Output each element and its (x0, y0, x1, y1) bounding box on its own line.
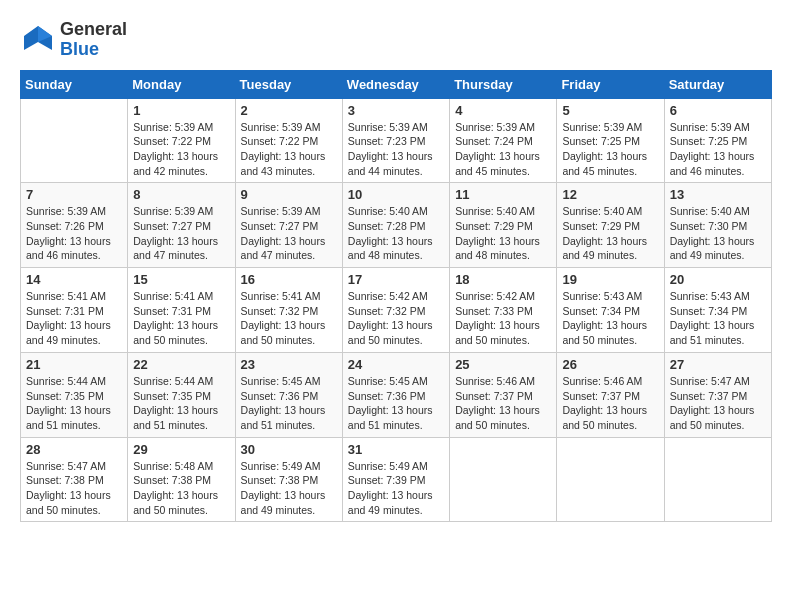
day-number: 15 (133, 272, 229, 287)
day-number: 16 (241, 272, 337, 287)
day-number: 13 (670, 187, 766, 202)
day-number: 21 (26, 357, 122, 372)
calendar-cell: 24Sunrise: 5:45 AM Sunset: 7:36 PM Dayli… (342, 352, 449, 437)
day-number: 22 (133, 357, 229, 372)
calendar-header-row: SundayMondayTuesdayWednesdayThursdayFrid… (21, 70, 772, 98)
logo-blue: Blue (60, 40, 127, 60)
calendar-header-monday: Monday (128, 70, 235, 98)
day-info: Sunrise: 5:39 AM Sunset: 7:25 PM Dayligh… (670, 120, 766, 179)
day-number: 5 (562, 103, 658, 118)
day-info: Sunrise: 5:39 AM Sunset: 7:22 PM Dayligh… (241, 120, 337, 179)
calendar-week-row: 1Sunrise: 5:39 AM Sunset: 7:22 PM Daylig… (21, 98, 772, 183)
calendar-cell (450, 437, 557, 522)
day-number: 11 (455, 187, 551, 202)
day-info: Sunrise: 5:39 AM Sunset: 7:26 PM Dayligh… (26, 204, 122, 263)
day-info: Sunrise: 5:40 AM Sunset: 7:30 PM Dayligh… (670, 204, 766, 263)
day-number: 24 (348, 357, 444, 372)
day-info: Sunrise: 5:41 AM Sunset: 7:31 PM Dayligh… (26, 289, 122, 348)
calendar-week-row: 14Sunrise: 5:41 AM Sunset: 7:31 PM Dayli… (21, 268, 772, 353)
day-number: 23 (241, 357, 337, 372)
day-number: 8 (133, 187, 229, 202)
logo: General Blue (20, 20, 127, 60)
day-info: Sunrise: 5:44 AM Sunset: 7:35 PM Dayligh… (26, 374, 122, 433)
calendar-cell: 9Sunrise: 5:39 AM Sunset: 7:27 PM Daylig… (235, 183, 342, 268)
calendar-cell: 8Sunrise: 5:39 AM Sunset: 7:27 PM Daylig… (128, 183, 235, 268)
calendar-week-row: 28Sunrise: 5:47 AM Sunset: 7:38 PM Dayli… (21, 437, 772, 522)
day-number: 20 (670, 272, 766, 287)
day-number: 29 (133, 442, 229, 457)
day-info: Sunrise: 5:43 AM Sunset: 7:34 PM Dayligh… (670, 289, 766, 348)
day-info: Sunrise: 5:49 AM Sunset: 7:38 PM Dayligh… (241, 459, 337, 518)
day-info: Sunrise: 5:45 AM Sunset: 7:36 PM Dayligh… (241, 374, 337, 433)
calendar-cell: 10Sunrise: 5:40 AM Sunset: 7:28 PM Dayli… (342, 183, 449, 268)
calendar-cell: 7Sunrise: 5:39 AM Sunset: 7:26 PM Daylig… (21, 183, 128, 268)
day-number: 10 (348, 187, 444, 202)
calendar-week-row: 21Sunrise: 5:44 AM Sunset: 7:35 PM Dayli… (21, 352, 772, 437)
calendar-cell: 23Sunrise: 5:45 AM Sunset: 7:36 PM Dayli… (235, 352, 342, 437)
logo-general: General (60, 19, 127, 39)
logo-icon (20, 22, 56, 58)
day-info: Sunrise: 5:48 AM Sunset: 7:38 PM Dayligh… (133, 459, 229, 518)
page-header: General Blue (20, 20, 772, 60)
day-number: 18 (455, 272, 551, 287)
calendar-cell: 2Sunrise: 5:39 AM Sunset: 7:22 PM Daylig… (235, 98, 342, 183)
calendar-cell: 11Sunrise: 5:40 AM Sunset: 7:29 PM Dayli… (450, 183, 557, 268)
calendar-cell: 31Sunrise: 5:49 AM Sunset: 7:39 PM Dayli… (342, 437, 449, 522)
calendar-cell (664, 437, 771, 522)
day-info: Sunrise: 5:45 AM Sunset: 7:36 PM Dayligh… (348, 374, 444, 433)
day-number: 30 (241, 442, 337, 457)
day-info: Sunrise: 5:39 AM Sunset: 7:23 PM Dayligh… (348, 120, 444, 179)
day-number: 17 (348, 272, 444, 287)
calendar-cell: 29Sunrise: 5:48 AM Sunset: 7:38 PM Dayli… (128, 437, 235, 522)
calendar-header-wednesday: Wednesday (342, 70, 449, 98)
calendar-header-thursday: Thursday (450, 70, 557, 98)
day-info: Sunrise: 5:40 AM Sunset: 7:29 PM Dayligh… (562, 204, 658, 263)
calendar-week-row: 7Sunrise: 5:39 AM Sunset: 7:26 PM Daylig… (21, 183, 772, 268)
day-info: Sunrise: 5:43 AM Sunset: 7:34 PM Dayligh… (562, 289, 658, 348)
day-info: Sunrise: 5:40 AM Sunset: 7:29 PM Dayligh… (455, 204, 551, 263)
day-info: Sunrise: 5:42 AM Sunset: 7:32 PM Dayligh… (348, 289, 444, 348)
day-info: Sunrise: 5:46 AM Sunset: 7:37 PM Dayligh… (562, 374, 658, 433)
day-info: Sunrise: 5:40 AM Sunset: 7:28 PM Dayligh… (348, 204, 444, 263)
day-number: 31 (348, 442, 444, 457)
calendar-cell (21, 98, 128, 183)
calendar-cell: 17Sunrise: 5:42 AM Sunset: 7:32 PM Dayli… (342, 268, 449, 353)
day-info: Sunrise: 5:44 AM Sunset: 7:35 PM Dayligh… (133, 374, 229, 433)
calendar-cell: 26Sunrise: 5:46 AM Sunset: 7:37 PM Dayli… (557, 352, 664, 437)
day-info: Sunrise: 5:47 AM Sunset: 7:38 PM Dayligh… (26, 459, 122, 518)
day-info: Sunrise: 5:42 AM Sunset: 7:33 PM Dayligh… (455, 289, 551, 348)
day-info: Sunrise: 5:39 AM Sunset: 7:22 PM Dayligh… (133, 120, 229, 179)
calendar-cell: 25Sunrise: 5:46 AM Sunset: 7:37 PM Dayli… (450, 352, 557, 437)
calendar-cell: 30Sunrise: 5:49 AM Sunset: 7:38 PM Dayli… (235, 437, 342, 522)
day-info: Sunrise: 5:39 AM Sunset: 7:25 PM Dayligh… (562, 120, 658, 179)
calendar-cell: 18Sunrise: 5:42 AM Sunset: 7:33 PM Dayli… (450, 268, 557, 353)
day-info: Sunrise: 5:41 AM Sunset: 7:31 PM Dayligh… (133, 289, 229, 348)
calendar-cell: 4Sunrise: 5:39 AM Sunset: 7:24 PM Daylig… (450, 98, 557, 183)
day-number: 7 (26, 187, 122, 202)
day-number: 25 (455, 357, 551, 372)
day-info: Sunrise: 5:46 AM Sunset: 7:37 PM Dayligh… (455, 374, 551, 433)
calendar-cell: 1Sunrise: 5:39 AM Sunset: 7:22 PM Daylig… (128, 98, 235, 183)
calendar-cell: 13Sunrise: 5:40 AM Sunset: 7:30 PM Dayli… (664, 183, 771, 268)
day-number: 28 (26, 442, 122, 457)
calendar-cell: 28Sunrise: 5:47 AM Sunset: 7:38 PM Dayli… (21, 437, 128, 522)
calendar-header-tuesday: Tuesday (235, 70, 342, 98)
day-number: 9 (241, 187, 337, 202)
calendar-cell: 16Sunrise: 5:41 AM Sunset: 7:32 PM Dayli… (235, 268, 342, 353)
day-number: 2 (241, 103, 337, 118)
calendar-cell: 3Sunrise: 5:39 AM Sunset: 7:23 PM Daylig… (342, 98, 449, 183)
day-info: Sunrise: 5:39 AM Sunset: 7:24 PM Dayligh… (455, 120, 551, 179)
day-number: 3 (348, 103, 444, 118)
day-number: 14 (26, 272, 122, 287)
logo-text: General (60, 20, 127, 40)
day-number: 19 (562, 272, 658, 287)
calendar-header-sunday: Sunday (21, 70, 128, 98)
calendar-header-friday: Friday (557, 70, 664, 98)
day-number: 6 (670, 103, 766, 118)
calendar-cell: 21Sunrise: 5:44 AM Sunset: 7:35 PM Dayli… (21, 352, 128, 437)
calendar-table: SundayMondayTuesdayWednesdayThursdayFrid… (20, 70, 772, 523)
calendar-cell: 22Sunrise: 5:44 AM Sunset: 7:35 PM Dayli… (128, 352, 235, 437)
day-number: 12 (562, 187, 658, 202)
calendar-cell: 27Sunrise: 5:47 AM Sunset: 7:37 PM Dayli… (664, 352, 771, 437)
day-number: 1 (133, 103, 229, 118)
